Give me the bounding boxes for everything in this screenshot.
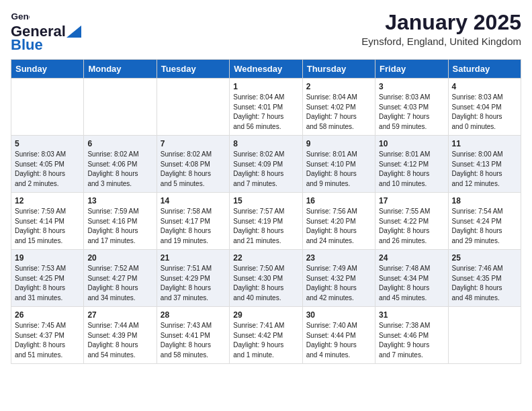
calendar-day-cell <box>84 79 157 136</box>
day-info: Sunrise: 7:52 AM Sunset: 4:27 PM Dayligh… <box>87 264 152 303</box>
day-info: Sunrise: 7:46 AM Sunset: 4:35 PM Dayligh… <box>452 264 517 303</box>
day-info: Sunrise: 8:02 AM Sunset: 4:08 PM Dayligh… <box>161 150 226 189</box>
calendar-day-cell: 4Sunrise: 8:03 AM Sunset: 4:04 PM Daylig… <box>448 79 521 136</box>
day-number: 29 <box>233 310 298 320</box>
calendar-week-row: 26Sunrise: 7:45 AM Sunset: 4:37 PM Dayli… <box>11 307 521 364</box>
day-number: 17 <box>379 196 444 205</box>
calendar-day-cell: 13Sunrise: 7:59 AM Sunset: 4:16 PM Dayli… <box>84 193 157 250</box>
day-info: Sunrise: 8:03 AM Sunset: 4:04 PM Dayligh… <box>452 93 517 132</box>
day-info: Sunrise: 8:01 AM Sunset: 4:12 PM Dayligh… <box>379 150 444 189</box>
calendar-header-row: SundayMondayTuesdayWednesdayThursdayFrid… <box>11 60 521 79</box>
day-info: Sunrise: 7:51 AM Sunset: 4:29 PM Dayligh… <box>161 264 226 303</box>
calendar-day-cell: 22Sunrise: 7:50 AM Sunset: 4:30 PM Dayli… <box>230 250 302 307</box>
calendar-week-row: 12Sunrise: 7:59 AM Sunset: 4:14 PM Dayli… <box>11 193 521 250</box>
month-title: January 2025 <box>361 11 521 34</box>
day-number: 19 <box>15 253 80 263</box>
day-info: Sunrise: 7:40 AM Sunset: 4:44 PM Dayligh… <box>306 321 371 360</box>
day-info: Sunrise: 7:53 AM Sunset: 4:25 PM Dayligh… <box>15 264 80 303</box>
day-number: 8 <box>233 139 298 148</box>
day-number: 1 <box>233 82 298 91</box>
logo-blue: Blue <box>11 36 43 54</box>
day-number: 31 <box>379 310 444 320</box>
day-number: 3 <box>379 82 444 91</box>
day-number: 28 <box>161 310 226 320</box>
calendar-day-cell: 3Sunrise: 8:03 AM Sunset: 4:03 PM Daylig… <box>375 79 448 136</box>
calendar-day-cell: 19Sunrise: 7:53 AM Sunset: 4:25 PM Dayli… <box>11 250 84 307</box>
header-thursday: Thursday <box>302 60 375 79</box>
day-info: Sunrise: 7:59 AM Sunset: 4:14 PM Dayligh… <box>15 207 80 246</box>
calendar-day-cell: 11Sunrise: 8:00 AM Sunset: 4:13 PM Dayli… <box>448 136 521 193</box>
location-text: Eynsford, England, United Kingdom <box>361 36 521 47</box>
calendar-day-cell: 21Sunrise: 7:51 AM Sunset: 4:29 PM Dayli… <box>157 250 229 307</box>
day-info: Sunrise: 7:38 AM Sunset: 4:46 PM Dayligh… <box>379 321 444 360</box>
day-info: Sunrise: 8:04 AM Sunset: 4:02 PM Dayligh… <box>306 93 371 132</box>
title-area: January 2025 Eynsford, England, United K… <box>361 11 521 47</box>
logo-icon: General <box>11 11 30 23</box>
calendar-week-row: 19Sunrise: 7:53 AM Sunset: 4:25 PM Dayli… <box>11 250 521 307</box>
calendar-day-cell <box>448 307 521 364</box>
day-number: 22 <box>233 253 298 263</box>
header-wednesday: Wednesday <box>230 60 302 79</box>
calendar-day-cell: 23Sunrise: 7:49 AM Sunset: 4:32 PM Dayli… <box>302 250 375 307</box>
svg-marker-1 <box>66 26 81 38</box>
calendar-day-cell: 12Sunrise: 7:59 AM Sunset: 4:14 PM Dayli… <box>11 193 84 250</box>
day-info: Sunrise: 8:03 AM Sunset: 4:03 PM Dayligh… <box>379 93 444 132</box>
day-number: 14 <box>161 196 226 205</box>
calendar-week-row: 5Sunrise: 8:03 AM Sunset: 4:05 PM Daylig… <box>11 136 521 193</box>
calendar-week-row: 1Sunrise: 8:04 AM Sunset: 4:01 PM Daylig… <box>11 79 521 136</box>
calendar-day-cell: 8Sunrise: 8:02 AM Sunset: 4:09 PM Daylig… <box>230 136 302 193</box>
calendar-day-cell: 15Sunrise: 7:57 AM Sunset: 4:19 PM Dayli… <box>230 193 302 250</box>
calendar-day-cell: 29Sunrise: 7:41 AM Sunset: 4:42 PM Dayli… <box>230 307 302 364</box>
day-number: 12 <box>15 196 80 205</box>
day-number: 25 <box>452 253 517 263</box>
day-info: Sunrise: 7:45 AM Sunset: 4:37 PM Dayligh… <box>15 321 80 360</box>
day-info: Sunrise: 7:44 AM Sunset: 4:39 PM Dayligh… <box>87 321 152 360</box>
calendar-day-cell: 20Sunrise: 7:52 AM Sunset: 4:27 PM Dayli… <box>84 250 157 307</box>
header-monday: Monday <box>84 60 157 79</box>
calendar-day-cell: 26Sunrise: 7:45 AM Sunset: 4:37 PM Dayli… <box>11 307 84 364</box>
calendar-day-cell: 18Sunrise: 7:54 AM Sunset: 4:24 PM Dayli… <box>448 193 521 250</box>
logo-triangle-icon <box>66 26 81 38</box>
calendar-day-cell: 30Sunrise: 7:40 AM Sunset: 4:44 PM Dayli… <box>302 307 375 364</box>
calendar-day-cell: 28Sunrise: 7:43 AM Sunset: 4:41 PM Dayli… <box>157 307 229 364</box>
header-tuesday: Tuesday <box>157 60 229 79</box>
day-number: 15 <box>233 196 298 205</box>
day-number: 13 <box>87 196 152 205</box>
day-info: Sunrise: 7:59 AM Sunset: 4:16 PM Dayligh… <box>87 207 152 246</box>
day-number: 18 <box>452 196 517 205</box>
day-number: 2 <box>306 82 371 91</box>
day-info: Sunrise: 7:48 AM Sunset: 4:34 PM Dayligh… <box>379 264 444 303</box>
day-number: 21 <box>161 253 226 263</box>
header-sunday: Sunday <box>11 60 84 79</box>
day-number: 10 <box>379 139 444 148</box>
day-number: 23 <box>306 253 371 263</box>
day-info: Sunrise: 7:57 AM Sunset: 4:19 PM Dayligh… <box>233 207 298 246</box>
day-number: 16 <box>306 196 371 205</box>
day-number: 6 <box>87 139 152 148</box>
calendar-day-cell: 5Sunrise: 8:03 AM Sunset: 4:05 PM Daylig… <box>11 136 84 193</box>
calendar-day-cell: 2Sunrise: 8:04 AM Sunset: 4:02 PM Daylig… <box>302 79 375 136</box>
day-number: 26 <box>15 310 80 320</box>
day-info: Sunrise: 8:04 AM Sunset: 4:01 PM Dayligh… <box>233 93 298 132</box>
page-header: General General Blue January 2025 Eynsfo… <box>11 11 521 54</box>
day-info: Sunrise: 7:58 AM Sunset: 4:17 PM Dayligh… <box>161 207 226 246</box>
calendar-day-cell: 25Sunrise: 7:46 AM Sunset: 4:35 PM Dayli… <box>448 250 521 307</box>
calendar-day-cell: 7Sunrise: 8:02 AM Sunset: 4:08 PM Daylig… <box>157 136 229 193</box>
day-info: Sunrise: 7:49 AM Sunset: 4:32 PM Dayligh… <box>306 264 371 303</box>
day-info: Sunrise: 8:00 AM Sunset: 4:13 PM Dayligh… <box>452 150 517 189</box>
day-number: 4 <box>452 82 517 91</box>
calendar-day-cell: 24Sunrise: 7:48 AM Sunset: 4:34 PM Dayli… <box>375 250 448 307</box>
day-info: Sunrise: 8:01 AM Sunset: 4:10 PM Dayligh… <box>306 150 371 189</box>
day-number: 5 <box>15 139 80 148</box>
day-number: 20 <box>87 253 152 263</box>
calendar-day-cell: 6Sunrise: 8:02 AM Sunset: 4:06 PM Daylig… <box>84 136 157 193</box>
calendar-day-cell: 16Sunrise: 7:56 AM Sunset: 4:20 PM Dayli… <box>302 193 375 250</box>
day-number: 9 <box>306 139 371 148</box>
day-info: Sunrise: 7:55 AM Sunset: 4:22 PM Dayligh… <box>379 207 444 246</box>
day-info: Sunrise: 7:41 AM Sunset: 4:42 PM Dayligh… <box>233 321 298 360</box>
calendar-day-cell: 10Sunrise: 8:01 AM Sunset: 4:12 PM Dayli… <box>375 136 448 193</box>
day-info: Sunrise: 7:43 AM Sunset: 4:41 PM Dayligh… <box>161 321 226 360</box>
calendar-day-cell: 14Sunrise: 7:58 AM Sunset: 4:17 PM Dayli… <box>157 193 229 250</box>
day-info: Sunrise: 7:50 AM Sunset: 4:30 PM Dayligh… <box>233 264 298 303</box>
day-number: 24 <box>379 253 444 263</box>
